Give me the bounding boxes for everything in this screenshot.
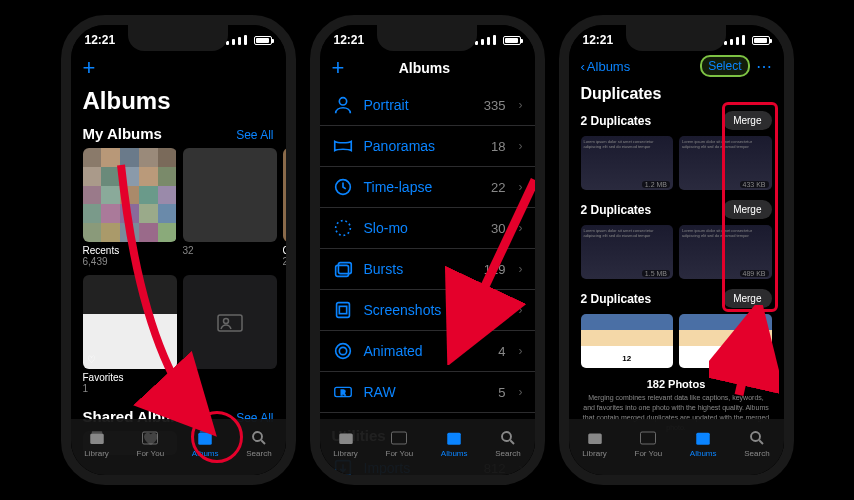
back-button[interactable]: ‹Albums bbox=[581, 59, 631, 74]
tab-search[interactable]: Search bbox=[246, 429, 271, 458]
svg-rect-26 bbox=[588, 433, 602, 444]
footer-count: 182 Photos bbox=[569, 378, 784, 390]
svg-rect-23 bbox=[392, 432, 407, 444]
time: 12:21 bbox=[334, 33, 365, 47]
svg-point-7 bbox=[253, 432, 262, 441]
tab-foryou[interactable]: For You bbox=[635, 429, 663, 458]
row-count: 289 bbox=[484, 303, 506, 318]
row-panoramas[interactable]: Panoramas 18› bbox=[320, 126, 535, 167]
row-bursts[interactable]: Bursts 119› bbox=[320, 249, 535, 290]
tab-albums[interactable]: Albums bbox=[441, 429, 468, 458]
album-item[interactable]: C 2 bbox=[283, 148, 286, 267]
tab-search[interactable]: Search bbox=[495, 429, 520, 458]
file-size: 1.5 MB bbox=[642, 270, 670, 277]
row-slomo[interactable]: Slo-mo 30› bbox=[320, 208, 535, 249]
album-count: 1 bbox=[83, 383, 177, 394]
panoramas-icon bbox=[332, 135, 354, 157]
row-screenshots[interactable]: Screenshots 289› bbox=[320, 290, 535, 331]
tab-bar: Library For You Albums Search bbox=[569, 419, 784, 475]
row-label: Bursts bbox=[364, 261, 474, 277]
album-label: Favorites bbox=[83, 372, 177, 383]
album-thumbnail bbox=[183, 148, 277, 242]
tab-foryou[interactable]: For You bbox=[386, 429, 414, 458]
tab-library[interactable]: Library bbox=[582, 429, 606, 458]
chevron-right-icon: › bbox=[519, 180, 523, 194]
tab-library[interactable]: Library bbox=[84, 429, 108, 458]
row-count: 119 bbox=[484, 262, 506, 277]
add-button[interactable]: + bbox=[83, 55, 96, 81]
add-button[interactable]: + bbox=[332, 55, 345, 81]
chevron-right-icon: › bbox=[519, 221, 523, 235]
tab-foryou[interactable]: For You bbox=[137, 429, 165, 458]
svg-rect-12 bbox=[338, 263, 351, 274]
tab-albums[interactable]: Albums bbox=[690, 429, 717, 458]
tab-library[interactable]: Library bbox=[333, 429, 357, 458]
svg-point-16 bbox=[339, 347, 346, 354]
svg-rect-13 bbox=[336, 303, 349, 318]
row-timelapse[interactable]: Time-lapse 22› bbox=[320, 167, 535, 208]
svg-point-25 bbox=[502, 432, 511, 441]
chevron-right-icon: › bbox=[519, 98, 523, 112]
page-title: Albums bbox=[71, 85, 286, 121]
row-label: Slo-mo bbox=[364, 220, 482, 236]
duplicate-thumbnail[interactable]: 12 bbox=[679, 314, 772, 368]
album-thumbnail bbox=[183, 275, 277, 369]
duplicate-title: 2 Duplicates bbox=[581, 292, 652, 306]
duplicate-thumbnail[interactable]: 12 bbox=[581, 314, 674, 368]
album-recents[interactable]: Recents 6,439 bbox=[83, 148, 177, 267]
svg-point-15 bbox=[335, 344, 350, 359]
album-count: 2 bbox=[283, 256, 286, 267]
row-count: 22 bbox=[491, 180, 505, 195]
svg-point-1 bbox=[223, 319, 228, 324]
time: 12:21 bbox=[583, 33, 614, 47]
row-label: RAW bbox=[364, 384, 489, 400]
svg-rect-22 bbox=[339, 433, 353, 444]
album-thumbnail: ♡ bbox=[83, 275, 177, 369]
slomo-icon bbox=[332, 217, 354, 239]
album-count: 6,439 bbox=[83, 256, 177, 267]
album-item[interactable]: 32 bbox=[183, 148, 277, 267]
file-size: 1.2 MB bbox=[642, 181, 670, 188]
portrait-icon bbox=[332, 94, 354, 116]
row-label: Time-lapse bbox=[364, 179, 482, 195]
svg-rect-24 bbox=[447, 432, 461, 444]
duplicate-thumbnail[interactable]: Lorem ipsum dolor sit amet consectetur a… bbox=[581, 136, 674, 190]
highlight-merge-box bbox=[722, 102, 778, 312]
chevron-right-icon: › bbox=[519, 262, 523, 276]
chevron-right-icon: › bbox=[519, 385, 523, 399]
notch bbox=[626, 25, 726, 51]
row-portrait[interactable]: Portrait 335› bbox=[320, 85, 535, 126]
notch bbox=[128, 25, 228, 51]
album-label: Recents bbox=[83, 245, 177, 256]
tab-bar: Library For You Albums Search bbox=[71, 419, 286, 475]
tab-search[interactable]: Search bbox=[744, 429, 769, 458]
svg-rect-2 bbox=[90, 433, 104, 444]
row-count: 30 bbox=[491, 221, 505, 236]
row-count: 335 bbox=[484, 98, 506, 113]
bursts-icon bbox=[332, 258, 354, 280]
row-animated[interactable]: Animated 4› bbox=[320, 331, 535, 372]
album-people[interactable] bbox=[183, 275, 277, 394]
see-all-link[interactable]: See All bbox=[236, 128, 273, 142]
select-button[interactable]: Select bbox=[700, 55, 749, 77]
duplicate-thumbnail[interactable]: Lorem ipsum dolor sit amet consectetur a… bbox=[581, 225, 674, 279]
album-favorites[interactable]: ♡ Favorites 1 bbox=[83, 275, 177, 394]
raw-icon: R bbox=[332, 381, 354, 403]
svg-point-10 bbox=[335, 221, 350, 236]
row-count: 18 bbox=[491, 139, 505, 154]
tab-bar: Library For You Albums Search bbox=[320, 419, 535, 475]
svg-point-29 bbox=[751, 432, 760, 441]
svg-text:R: R bbox=[340, 389, 345, 396]
row-raw[interactable]: R RAW 5› bbox=[320, 372, 535, 413]
svg-rect-27 bbox=[641, 432, 656, 444]
time: 12:21 bbox=[85, 33, 116, 47]
row-label: Animated bbox=[364, 343, 489, 359]
notch bbox=[377, 25, 477, 51]
more-icon[interactable]: ⋯ bbox=[756, 57, 772, 76]
chevron-right-icon: › bbox=[519, 344, 523, 358]
svg-rect-28 bbox=[696, 432, 710, 444]
duplicate-title: 2 Duplicates bbox=[581, 114, 652, 128]
album-count: 32 bbox=[183, 245, 277, 256]
people-icon bbox=[216, 311, 244, 333]
phone-3: 12:21 ‹Albums Select ⋯ Duplicates 2 Dupl… bbox=[559, 15, 794, 485]
